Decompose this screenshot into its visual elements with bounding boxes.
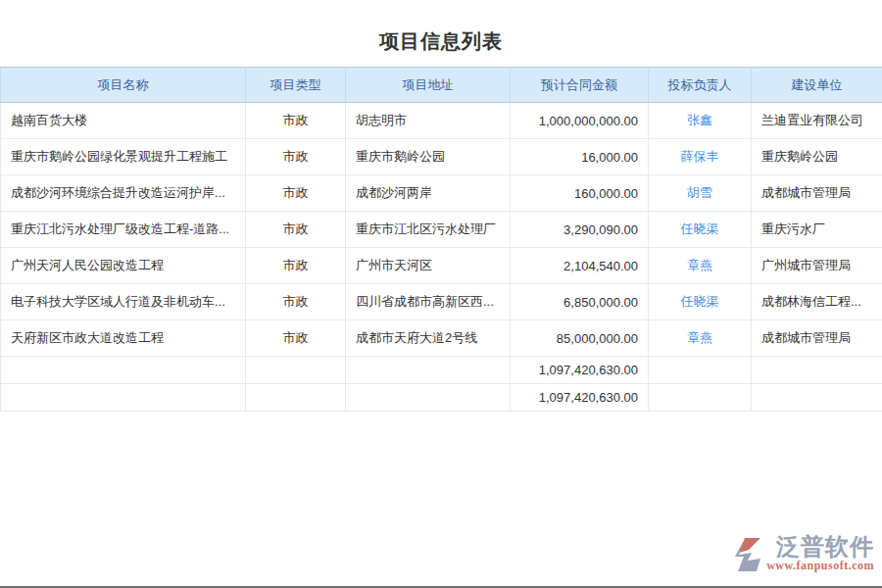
table-row: 天府新区市政大道改造工程市政成都市天府大道2号线85,000,000.00章燕成… <box>1 320 882 357</box>
vendor-logo-text: 泛普软件 <box>776 535 874 559</box>
cell-unit: 重庆污水厂 <box>752 212 882 248</box>
table-body: 越南百货大楼市政胡志明市1,000,000,000.00张鑫兰迪置业有限公司重庆… <box>1 103 882 412</box>
cell-name: 重庆江北污水处理厂级改造工程-道路... <box>1 212 246 248</box>
vendor-logo-url: www.fanpusoft.com <box>766 559 874 573</box>
cell-address: 广州市天河区 <box>346 248 511 284</box>
table-row: 越南百货大楼市政胡志明市1,000,000,000.00张鑫兰迪置业有限公司 <box>1 103 882 139</box>
table-row: 成都沙河环境综合提升改造运河护岸...市政成都沙河两岸160,000.00胡雪成… <box>1 175 882 212</box>
total-row: 1,097,420,630.00 <box>1 384 882 412</box>
cell-address: 重庆市江北区污水处理厂 <box>346 212 511 248</box>
column-header-unit: 建设单位 <box>752 68 882 103</box>
cell-leader: 胡雪 <box>649 175 752 212</box>
cell-amount: 2,104,540.00 <box>511 248 649 284</box>
column-header-address: 项目地址 <box>346 68 511 103</box>
cell-unit: 成都城市管理局 <box>752 175 882 212</box>
cell-address: 成都市天府大道2号线 <box>346 320 511 357</box>
cell-unit: 兰迪置业有限公司 <box>752 103 882 139</box>
bid-leader-link[interactable]: 张鑫 <box>687 113 712 127</box>
cell-type: 市政 <box>246 212 346 248</box>
cell-leader: 任晓渠 <box>649 284 752 320</box>
bid-leader-link[interactable]: 章燕 <box>687 258 712 272</box>
column-header-name: 项目名称 <box>1 68 246 103</box>
vendor-logo-icon <box>731 537 764 576</box>
cell-amount: 6,850,000.00 <box>511 284 649 320</box>
cell-name: 成都沙河环境综合提升改造运河护岸... <box>1 175 246 212</box>
table-row: 电子科技大学区域人行道及非机动车...市政四川省成都市高新区西...6,850,… <box>1 284 882 320</box>
total-cell-type <box>246 384 346 412</box>
total-cell-unit <box>752 357 882 384</box>
cell-type: 市政 <box>246 103 346 139</box>
cell-address: 重庆市鹅岭公园 <box>346 139 511 175</box>
cell-amount: 3,290,090.00 <box>511 212 649 248</box>
cell-leader: 任晓渠 <box>649 212 752 248</box>
cell-amount: 160,000.00 <box>511 175 649 212</box>
cell-amount: 1,000,000,000.00 <box>511 103 649 139</box>
project-list-table: 项目名称项目类型项目地址预计合同金额投标负责人建设单位 越南百货大楼市政胡志明市… <box>0 67 882 412</box>
cell-address: 胡志明市 <box>346 103 511 139</box>
total-cell-address <box>346 384 511 412</box>
cell-name: 广州天河人民公园改造工程 <box>1 248 246 284</box>
total-cell-unit <box>752 384 882 412</box>
table-row: 重庆市鹅岭公园绿化景观提升工程施工市政重庆市鹅岭公园16,000.00薛保丰重庆… <box>1 139 882 175</box>
column-header-type: 项目类型 <box>246 68 346 103</box>
table-row: 重庆江北污水处理厂级改造工程-道路...市政重庆市江北区污水处理厂3,290,0… <box>1 212 882 248</box>
bid-leader-link[interactable]: 章燕 <box>687 330 712 345</box>
cell-type: 市政 <box>246 175 346 212</box>
cell-name: 电子科技大学区域人行道及非机动车... <box>1 284 246 320</box>
total-cell-name <box>1 357 246 384</box>
cell-type: 市政 <box>246 320 346 357</box>
cell-leader: 薛保丰 <box>649 139 752 175</box>
total-cell-type <box>246 357 346 384</box>
total-row: 1,097,420,630.00 <box>1 357 882 384</box>
cell-address: 成都沙河两岸 <box>346 175 511 212</box>
total-cell-amount: 1,097,420,630.00 <box>511 357 649 384</box>
total-cell-leader <box>649 357 752 384</box>
cell-unit: 重庆鹅岭公园 <box>752 139 882 175</box>
bid-leader-link[interactable]: 任晓渠 <box>681 294 719 309</box>
cell-name: 天府新区市政大道改造工程 <box>1 320 246 357</box>
cell-unit: 广州城市管理局 <box>752 248 882 284</box>
total-cell-amount: 1,097,420,630.00 <box>511 384 649 412</box>
cell-name: 重庆市鹅岭公园绿化景观提升工程施工 <box>1 139 246 175</box>
cell-address: 四川省成都市高新区西... <box>346 284 511 320</box>
bid-leader-link[interactable]: 任晓渠 <box>681 221 719 236</box>
total-cell-address <box>346 357 511 384</box>
table-header-row: 项目名称项目类型项目地址预计合同金额投标负责人建设单位 <box>1 68 882 103</box>
cell-unit: 成都城市管理局 <box>752 320 882 357</box>
cell-amount: 85,000,000.00 <box>511 320 649 357</box>
column-header-leader: 投标负责人 <box>649 68 752 103</box>
cell-type: 市政 <box>246 284 346 320</box>
cell-leader: 章燕 <box>649 320 752 357</box>
cell-leader: 张鑫 <box>649 103 752 139</box>
total-cell-name <box>1 384 246 412</box>
cell-amount: 16,000.00 <box>511 139 649 175</box>
cell-name: 越南百货大楼 <box>1 103 246 139</box>
column-header-amount: 预计合同金额 <box>511 68 649 103</box>
vendor-logo-link[interactable]: 泛普软件 www.fanpusoft.com <box>731 535 874 576</box>
table-row: 广州天河人民公园改造工程市政广州市天河区2,104,540.00章燕广州城市管理… <box>1 248 882 284</box>
cell-leader: 章燕 <box>649 248 752 284</box>
cell-type: 市政 <box>246 248 346 284</box>
cell-unit: 成都林海信工程... <box>752 284 882 320</box>
page-title: 项目信息列表 <box>0 28 882 55</box>
total-cell-leader <box>649 384 752 412</box>
bid-leader-link[interactable]: 薛保丰 <box>681 149 719 164</box>
cell-type: 市政 <box>246 139 346 175</box>
bid-leader-link[interactable]: 胡雪 <box>687 185 712 200</box>
